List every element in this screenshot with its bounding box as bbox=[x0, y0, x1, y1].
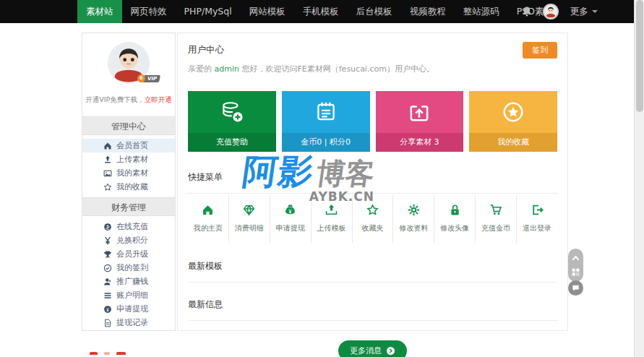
upload-icon bbox=[103, 155, 112, 164]
sidebar-item-account-detail[interactable]: 账户明细 bbox=[82, 288, 175, 302]
quick-consumption-detail[interactable]: 消费明细 bbox=[229, 195, 270, 243]
quick-label: 我的主页 bbox=[188, 223, 228, 233]
card-coins-points[interactable]: 金币0 | 积分0 bbox=[282, 91, 370, 152]
sidebar-item-my-material[interactable]: 我的素材 bbox=[82, 166, 175, 180]
sidebar-item-my-checkin[interactable]: 我的签到 bbox=[82, 261, 175, 275]
quick-label: 退出登录 bbox=[517, 223, 557, 233]
vip-open-link[interactable]: 立即开通 bbox=[145, 95, 172, 103]
quick-favorites[interactable]: 收藏夹 bbox=[353, 195, 394, 243]
quick-label: 修改头像 bbox=[434, 223, 475, 233]
divider bbox=[188, 282, 557, 283]
nav-item-site-templates[interactable]: 网站模板 bbox=[241, 0, 294, 23]
gear-icon bbox=[408, 204, 420, 216]
sidebar-item-label: 提现记录 bbox=[116, 317, 148, 328]
nav-item-material-site[interactable]: 素材站 bbox=[77, 0, 122, 23]
quick-label: 充值金币 bbox=[476, 223, 516, 233]
user-center-panel: 用户中心 签到 亲爱的 admin 您好，欢迎访问FE素材网（fesucai.c… bbox=[177, 33, 568, 331]
sidebar-item-my-favorites[interactable]: 我的收藏 bbox=[82, 180, 175, 194]
sidebar-item-label: 我的收藏 bbox=[116, 181, 148, 192]
cart-icon bbox=[490, 204, 502, 216]
quick-upload-template[interactable]: 上传模板 bbox=[312, 195, 353, 243]
page-scrollbar[interactable] bbox=[634, 0, 644, 357]
latest-info-title: 最新信息 bbox=[188, 298, 557, 311]
user-avatar[interactable]: 6 VIP bbox=[108, 42, 150, 84]
sidebar-item-member-upgrade[interactable]: 会员升级 bbox=[82, 247, 175, 261]
sidebar-item-member-home[interactable]: 会员首页 bbox=[82, 139, 175, 152]
sidebar-item-label: 我的签到 bbox=[116, 262, 148, 273]
sidebar-item-withdraw-records[interactable]: 提现记录 bbox=[82, 316, 175, 330]
nav-more-label: 更多 bbox=[570, 0, 588, 23]
card-shared-material[interactable]: 分享素材 3 bbox=[376, 91, 464, 152]
more-news-button[interactable]: 更多消息 bbox=[338, 340, 407, 357]
quick-logout[interactable]: 退出登录 bbox=[517, 195, 557, 243]
card-label: 我的收藏 bbox=[469, 133, 557, 152]
sidebar-item-label: 推广赚钱 bbox=[116, 276, 148, 287]
quick-apply-withdraw[interactable]: 申请提现 bbox=[270, 195, 312, 243]
sidebar-item-label: 账户明细 bbox=[116, 290, 148, 301]
sidebar-item-label: 兑换积分 bbox=[116, 235, 148, 246]
latest-templates-title: 最新模板 bbox=[188, 260, 557, 272]
vip-badge: 6 VIP bbox=[137, 74, 160, 82]
card-recharge-sponsor[interactable]: 充值赞助 bbox=[188, 91, 276, 152]
avatar-face-icon bbox=[544, 5, 557, 18]
sidebar-item-apply-withdraw[interactable]: 申请提现 bbox=[82, 302, 175, 316]
welcome-suffix: 您好，欢迎访问FE素材网（fesucai.com）用户中心。 bbox=[239, 64, 434, 74]
chevron-down-icon bbox=[592, 10, 598, 13]
sidebar-item-online-recharge[interactable]: 在线充值 bbox=[82, 220, 175, 233]
sidebar-item-exchange-points[interactable]: 兑换积分 bbox=[82, 233, 175, 247]
quick-edit-profile[interactable]: 修改资料 bbox=[393, 195, 434, 243]
username: admin bbox=[215, 64, 239, 74]
money-bag-icon bbox=[284, 204, 296, 216]
share-upload-icon bbox=[407, 100, 432, 124]
quick-label: 申请提现 bbox=[270, 223, 311, 233]
management-menu: 会员首页 上传素材 我的素材 我的收藏 bbox=[82, 135, 175, 197]
star-icon bbox=[103, 183, 112, 192]
nav-item-web-effects[interactable]: 网页特效 bbox=[122, 0, 176, 23]
chat-bubble-button[interactable] bbox=[568, 280, 583, 296]
sidebar-item-label: 申请提现 bbox=[116, 304, 148, 314]
qr-code-icon[interactable] bbox=[571, 267, 580, 277]
nav-item-mobile-templates[interactable]: 手机模板 bbox=[294, 0, 348, 23]
home-icon bbox=[103, 142, 112, 150]
coin-icon bbox=[103, 223, 112, 231]
checkin-button[interactable]: 签到 bbox=[523, 42, 557, 59]
card-label: 金币0 | 积分0 bbox=[282, 133, 370, 152]
welcome-message: 亲爱的 admin 您好，欢迎访问FE素材网（fesucai.com）用户中心。 bbox=[188, 64, 557, 74]
vip-promo-text: 开通VIP免费下载， bbox=[85, 95, 145, 103]
sidebar-item-label: 会员首页 bbox=[116, 140, 148, 151]
sidebar-item-label: 上传素材 bbox=[116, 154, 148, 165]
bell-icon[interactable] bbox=[521, 6, 533, 17]
profile-block: 6 VIP 开通VIP免费下载，立即开通 bbox=[82, 33, 175, 116]
back-to-top-icon[interactable] bbox=[571, 254, 580, 263]
arrow-circle-icon bbox=[386, 346, 395, 356]
nav-item-admin-templates[interactable]: 后台模板 bbox=[348, 0, 401, 23]
card-my-favorites[interactable]: 我的收藏 bbox=[469, 91, 557, 152]
logout-icon bbox=[531, 204, 544, 216]
navbar-avatar[interactable] bbox=[543, 4, 559, 20]
checkin-icon bbox=[103, 264, 112, 272]
card-label: 充值赞助 bbox=[188, 133, 276, 152]
footer-logo-partial bbox=[90, 352, 126, 355]
sidebar-item-label: 会员升级 bbox=[116, 249, 148, 259]
quick-menu: 我的主页 消费明细 申请提现 上传模板 收藏夹 修改资料 bbox=[188, 195, 557, 243]
sidebar: 6 VIP 开通VIP免费下载，立即开通 管理中心 会员首页 上传素材 我的素材 bbox=[82, 33, 176, 331]
floating-toolbar bbox=[568, 249, 583, 282]
nav-item-php-mysql[interactable]: PHP/MySql bbox=[176, 0, 241, 23]
divider bbox=[188, 193, 557, 194]
sidebar-item-upload-material[interactable]: 上传素材 bbox=[82, 152, 175, 166]
quick-label: 修改资料 bbox=[393, 223, 434, 233]
scrollbar-thumb[interactable] bbox=[636, 0, 643, 112]
divider bbox=[188, 320, 557, 321]
quick-edit-avatar[interactable]: 修改头像 bbox=[434, 195, 476, 243]
image-icon bbox=[103, 169, 112, 178]
star-icon bbox=[366, 204, 379, 216]
sidebar-item-promote-earn[interactable]: 推广赚钱 bbox=[82, 275, 175, 288]
chat-icon bbox=[572, 284, 580, 292]
vip-promo-line: 开通VIP免费下载，立即开通 bbox=[82, 95, 175, 105]
quick-recharge-coins[interactable]: 充值金币 bbox=[476, 195, 517, 243]
nav-item-video-tutorials[interactable]: 视频教程 bbox=[401, 0, 455, 23]
page: 素材站 网页特效 PHP/MySql 网站模板 手机模板 后台模板 视频教程 整… bbox=[0, 0, 644, 357]
quick-my-homepage[interactable]: 我的主页 bbox=[188, 195, 229, 243]
nav-item-more[interactable]: 更多 bbox=[562, 0, 606, 23]
nav-item-full-source[interactable]: 整站源码 bbox=[455, 0, 508, 23]
